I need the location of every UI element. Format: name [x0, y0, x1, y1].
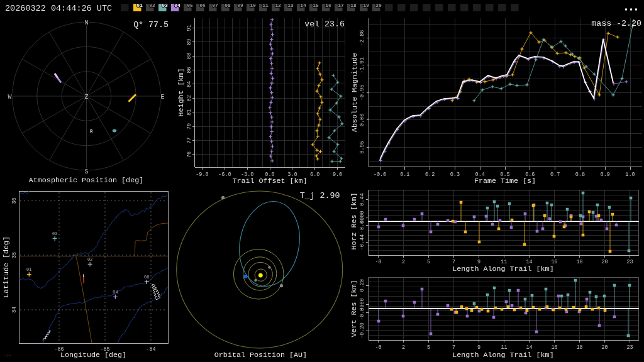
svg-text:18: 18 [576, 344, 582, 351]
svg-text:09: 09 [237, 3, 243, 8]
svg-text:13: 13 [287, 3, 294, 8]
svg-text:07: 07 [212, 3, 218, 8]
svg-text:34: 34 [11, 307, 18, 313]
svg-text:N: N [84, 19, 88, 26]
svg-text:Length Along Trail [km]: Length Along Trail [km] [452, 265, 553, 273]
svg-text:0.44: 0.44 [359, 193, 365, 206]
svg-text:15: 15 [313, 3, 319, 8]
svg-text:14: 14 [526, 344, 532, 351]
svg-text:T_j 2.90: T_j 2.90 [300, 191, 340, 200]
svg-text:Vert Res [km]: Vert Res [km] [350, 280, 358, 337]
svg-text:njw: njw [4, 353, 11, 358]
svg-text:81: 81 [186, 109, 192, 116]
svg-text:76: 76 [186, 151, 192, 158]
svg-text:-0.00: -0.00 [359, 217, 365, 234]
svg-text:14: 14 [300, 3, 306, 8]
svg-text:11: 11 [501, 344, 507, 351]
svg-text:W: W [8, 94, 11, 101]
svg-text:-0.95: -0.95 [360, 85, 366, 101]
svg-text:-84: -84 [146, 346, 155, 353]
svg-text:02: 02 [149, 3, 155, 8]
svg-text:-0.0: -0.0 [374, 172, 386, 178]
svg-text:0.00: 0.00 [360, 114, 366, 126]
svg-text:-0: -0 [375, 259, 381, 265]
svg-text:0.9: 0.9 [601, 172, 610, 178]
svg-text:7: 7 [452, 344, 455, 351]
svg-text:35: 35 [11, 252, 18, 258]
svg-text:2: 2 [402, 344, 405, 351]
svg-text:91: 91 [186, 25, 192, 31]
svg-text:10: 10 [250, 3, 256, 8]
svg-text:12: 12 [275, 3, 281, 8]
svg-text:01: 01 [136, 3, 143, 8]
svg-text:Trail Offset [km]: Trail Offset [km] [232, 177, 307, 185]
svg-text:03: 03 [162, 3, 168, 8]
svg-text:04: 04 [174, 3, 180, 8]
svg-text:01: 01 [26, 267, 31, 272]
svg-text:17: 17 [338, 3, 344, 8]
svg-text:Atmospheric Position [deg]: Atmospheric Position [deg] [29, 176, 143, 185]
svg-text:-0.20: -0.20 [359, 322, 365, 339]
svg-text:23: 23 [626, 259, 633, 265]
svg-text:6.0: 6.0 [310, 172, 319, 178]
svg-text:20: 20 [601, 259, 608, 265]
svg-text:-0: -0 [375, 344, 381, 351]
svg-text:08: 08 [144, 275, 149, 280]
svg-text:77: 77 [186, 137, 192, 143]
svg-text:05: 05 [187, 3, 193, 8]
svg-text:16: 16 [551, 344, 557, 351]
svg-text:16: 16 [325, 3, 331, 8]
svg-text:89: 89 [186, 39, 192, 45]
svg-text:0.3: 0.3 [450, 172, 460, 178]
svg-text:-1.91: -1.91 [360, 57, 366, 74]
svg-text:-9.0: -9.0 [196, 172, 208, 178]
svg-text:Horz Res [km]: Horz Res [km] [350, 192, 358, 250]
svg-text:9.0: 9.0 [333, 172, 342, 178]
svg-text:Orbital Position [AU]: Orbital Position [AU] [214, 351, 307, 359]
svg-text:11: 11 [262, 3, 269, 8]
svg-text:88: 88 [186, 53, 192, 59]
svg-text:Z: Z [84, 94, 88, 101]
svg-text:20260322 04:44:26 UTC: 20260322 04:44:26 UTC [5, 4, 112, 13]
svg-text:5: 5 [427, 344, 430, 351]
svg-text:2: 2 [402, 259, 405, 265]
svg-text:-6.0: -6.0 [218, 172, 231, 178]
svg-text:02: 02 [87, 257, 92, 262]
svg-text:-0.44: -0.44 [359, 234, 365, 251]
svg-text:Height [km]: Height [km] [177, 68, 186, 116]
svg-text:Latitude [deg]: Latitude [deg] [2, 236, 11, 298]
svg-text:vel 23.6: vel 23.6 [304, 19, 345, 29]
svg-text:S: S [84, 168, 88, 175]
svg-text:03: 03 [52, 231, 57, 236]
svg-text:18: 18 [576, 259, 582, 265]
svg-text:0.2: 0.2 [425, 172, 435, 178]
svg-text:Longitude [deg]: Longitude [deg] [60, 351, 126, 359]
svg-text:Frame Time [s]: Frame Time [s] [474, 177, 536, 185]
svg-text:0.7: 0.7 [550, 172, 560, 178]
svg-text:20: 20 [375, 3, 382, 8]
svg-text:5: 5 [427, 259, 430, 265]
svg-text:E: E [160, 94, 164, 101]
svg-text:82: 82 [186, 95, 192, 101]
svg-text:04: 04 [113, 290, 118, 295]
svg-text:Q* 77.5: Q* 77.5 [133, 20, 169, 30]
svg-text:36: 36 [11, 197, 18, 204]
svg-text:R: R [90, 129, 92, 134]
svg-text:0.8: 0.8 [575, 172, 585, 178]
svg-text:84: 84 [186, 81, 192, 87]
svg-text:-0.00: -0.00 [359, 304, 365, 321]
svg-text:06: 06 [199, 3, 206, 8]
svg-text:86: 86 [186, 67, 192, 73]
svg-text:Absolute Magnitude: Absolute Magnitude [350, 53, 359, 132]
svg-text:20: 20 [601, 344, 608, 351]
svg-text:23: 23 [626, 344, 633, 351]
svg-text:18: 18 [350, 3, 357, 8]
svg-text:mass -2.20: mass -2.20 [591, 19, 641, 28]
svg-text:0.95: 0.95 [360, 141, 366, 153]
svg-text:-2.86: -2.86 [360, 30, 366, 47]
svg-text:1.0: 1.0 [625, 172, 635, 178]
svg-text:9: 9 [477, 344, 480, 351]
svg-text:0.1: 0.1 [400, 172, 409, 178]
svg-text:0.20: 0.20 [359, 279, 365, 292]
svg-text:79: 79 [186, 123, 192, 129]
